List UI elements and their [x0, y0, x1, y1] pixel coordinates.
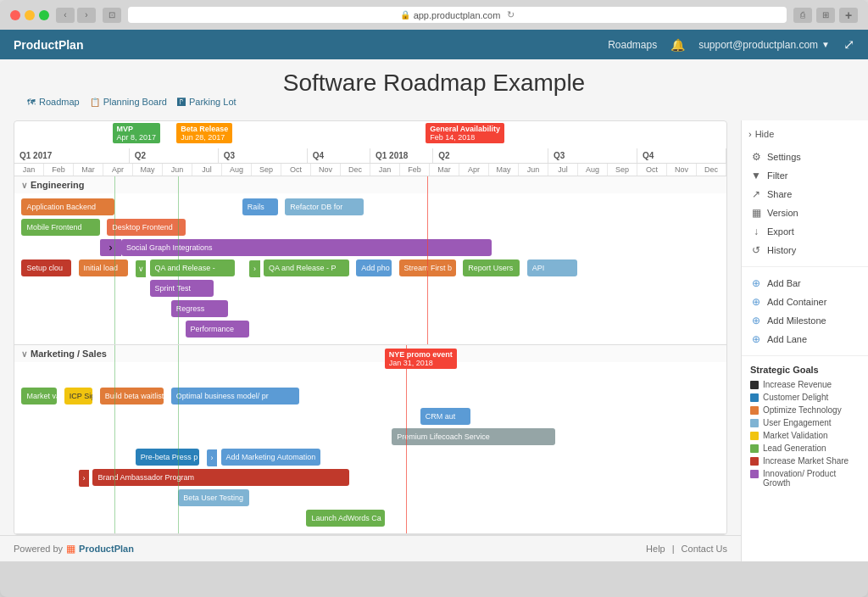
tab-parking-lot[interactable]: 🅿 Parking Lot — [177, 97, 236, 107]
bar-report-users[interactable]: Report Users — [463, 259, 520, 276]
window-button[interactable]: ⊡ — [103, 8, 121, 23]
tab-planning-board[interactable]: 📋 Planning Board — [90, 97, 167, 107]
mkt-row-7: Launch AdWords Ca — [14, 510, 726, 528]
goal-optimize-tech[interactable]: Optimize Technology — [750, 405, 860, 415]
goal-label-lead: Lead Generation — [763, 444, 826, 453]
share-button[interactable]: ⎙ — [793, 8, 812, 23]
bar-social-graph[interactable]: Social Graph Integrations — [121, 239, 492, 256]
quarter-q3-2017: Q3 — [219, 148, 308, 163]
bar-pre-beta[interactable]: Pre-beta Press p — [136, 449, 200, 466]
page-title: Software Roadmap Example — [14, 70, 854, 97]
marketing-header[interactable]: ∨ Marketing / Sales — [14, 345, 726, 362]
month-jun: Jun — [163, 164, 192, 176]
minimize-button[interactable] — [25, 10, 35, 20]
goal-customer-delight[interactable]: Customer Delight — [750, 393, 860, 402]
month-mar18: Mar — [430, 164, 459, 176]
user-menu[interactable]: support@productplan.com ▼ — [698, 39, 830, 51]
bar-mobile-frontend[interactable]: Mobile Frontend — [21, 219, 99, 236]
roadmap-area: MVP Apr 8, 2017 Beta Release Jun 28, 201… — [0, 120, 741, 561]
address-bar[interactable]: 🔒 app.productplan.com ↻ — [128, 7, 787, 23]
engineering-content: Application Backend Rails Refactor DB fo… — [14, 193, 726, 344]
sidebar-item-settings[interactable]: ⚙ Settings — [742, 148, 868, 166]
sidebar-item-version[interactable]: ▦ Version — [742, 204, 868, 222]
sidebar-divider-2 — [742, 355, 868, 356]
sidebar-item-filter[interactable]: ▼ Filter — [742, 166, 868, 185]
bar-app-backend[interactable]: Application Backend — [21, 198, 114, 215]
bar-marketing-auto[interactable]: Add Marketing Automation — [221, 449, 321, 466]
quarter-q3-2018: Q3 — [548, 148, 637, 163]
bar-crm-aut[interactable]: CRM aut — [420, 408, 470, 425]
milestone-beta: Beta Release Jun 28, 2017 — [176, 123, 232, 143]
toolbar-right: ⎙ ⊞ + — [793, 8, 858, 23]
bar-build-beta[interactable]: Build beta waitlist — [100, 388, 164, 405]
goal-market-share[interactable]: Increase Market Share — [750, 456, 860, 466]
bar-performance[interactable]: Performance — [186, 321, 250, 338]
month-may18: May — [489, 164, 519, 176]
new-tab-button[interactable]: + — [839, 8, 858, 23]
close-button[interactable] — [10, 10, 20, 20]
marketing-auto-expand[interactable]: › — [207, 449, 218, 466]
bar-beta-user-testing[interactable]: Beta User Testing — [178, 489, 249, 506]
goal-innovation[interactable]: Innovation/ Product Growth — [750, 469, 860, 488]
goal-increase-revenue[interactable]: Increase Revenue — [750, 380, 860, 389]
fullscreen-button[interactable]: ⤢ — [843, 36, 854, 53]
sidebar-hide-toggle[interactable]: › Hide — [742, 127, 868, 144]
sidebar-item-history[interactable]: ↺ History — [742, 241, 868, 259]
bar-api[interactable]: API — [527, 259, 577, 276]
bar-row-1: Application Backend Rails Refactor DB fo… — [14, 198, 726, 217]
bar-desktop-frontend[interactable]: Desktop Frontend — [107, 219, 185, 236]
engineering-header[interactable]: ∨ Engineering — [14, 176, 726, 193]
bar-initial-load[interactable]: Initial load — [79, 259, 129, 276]
hide-label: Hide — [755, 129, 775, 139]
bar-setup-cloud[interactable]: Setup clou — [21, 259, 71, 276]
back-button[interactable]: ‹ — [56, 8, 75, 23]
notification-bell[interactable]: 🔔 — [670, 38, 685, 52]
sidebar-goals: Strategic Goals Increase Revenue Custome… — [742, 360, 868, 496]
bar-qa-release-2[interactable]: QA and Release - P — [264, 259, 349, 276]
roadmaps-nav[interactable]: Roadmaps — [608, 39, 657, 51]
bar-optimal-biz[interactable]: Optimal business model/ pr — [171, 388, 299, 405]
sidebar-item-export[interactable]: ↓ Export — [742, 222, 868, 241]
bar-premium-lifecoach[interactable]: Premium Lifecoach Service — [392, 428, 555, 445]
qa-expand-2[interactable]: › — [249, 260, 260, 277]
goal-market-validation[interactable]: Market Validation — [750, 431, 860, 440]
add-milestone-label: Add Milestone — [767, 315, 826, 326]
bar-refactor-db[interactable]: Refactor DB for — [285, 198, 363, 215]
ga-vline — [427, 176, 428, 344]
maximize-button[interactable] — [39, 10, 49, 20]
goal-color-engagement — [750, 419, 759, 427]
goal-lead-gen[interactable]: Lead Generation — [750, 444, 860, 453]
bookmark-button[interactable]: ⊞ — [816, 8, 835, 23]
bar-add-pho[interactable]: Add pho — [356, 259, 392, 276]
bar-sprint-test[interactable]: Sprint Test — [150, 280, 214, 297]
lock-icon: 🔒 — [400, 10, 410, 20]
sidebar-item-add-milestone[interactable]: ⊕ Add Milestone — [742, 311, 868, 330]
sidebar-item-add-lane[interactable]: ⊕ Add Lane — [742, 330, 868, 349]
forward-button[interactable]: › — [77, 8, 96, 23]
tab-roadmap[interactable]: 🗺 Roadmap — [27, 97, 80, 107]
refresh-icon: ↻ — [507, 9, 515, 20]
bar-market-val[interactable]: Market val — [21, 388, 57, 405]
goal-label-innovation: Innovation/ Product Growth — [763, 469, 860, 488]
goal-user-engagement[interactable]: User Engagement — [750, 418, 860, 427]
milestone-mvp: MVP Apr 8, 2017 — [113, 123, 161, 143]
month-apr18: Apr — [459, 164, 489, 176]
bar-rails[interactable]: Rails — [242, 198, 278, 215]
bar-brand-ambassador[interactable]: Brand Ambassador Program — [92, 469, 348, 486]
url-text: app.productplan.com — [414, 10, 501, 20]
contact-link[interactable]: Contact Us — [682, 544, 727, 554]
sidebar-settings-section: ⚙ Settings ▼ Filter ↗ Share ▦ Version — [742, 144, 868, 263]
sidebar-item-add-bar[interactable]: ⊕ Add Bar — [742, 274, 868, 293]
sidebar-item-add-container[interactable]: ⊕ Add Container — [742, 293, 868, 311]
social-graph-expand[interactable]: › — [100, 239, 121, 256]
sidebar-item-share[interactable]: ↗ Share — [742, 185, 868, 204]
bar-qa-release-1[interactable]: QA and Release - — [150, 259, 236, 276]
goal-label-validation: Market Validation — [763, 431, 828, 440]
qa-expand-1[interactable]: ∨ — [136, 260, 147, 277]
bar-launch-adwords[interactable]: Launch AdWords Ca — [306, 510, 384, 527]
bar-regress[interactable]: Regress — [171, 300, 228, 317]
help-link[interactable]: Help — [646, 544, 665, 554]
collapse-icon-mkt: ∨ — [21, 349, 27, 359]
brand-ambassador-expand[interactable]: › — [79, 470, 90, 487]
bar-icp-sign[interactable]: ICP Sign — [64, 388, 93, 405]
